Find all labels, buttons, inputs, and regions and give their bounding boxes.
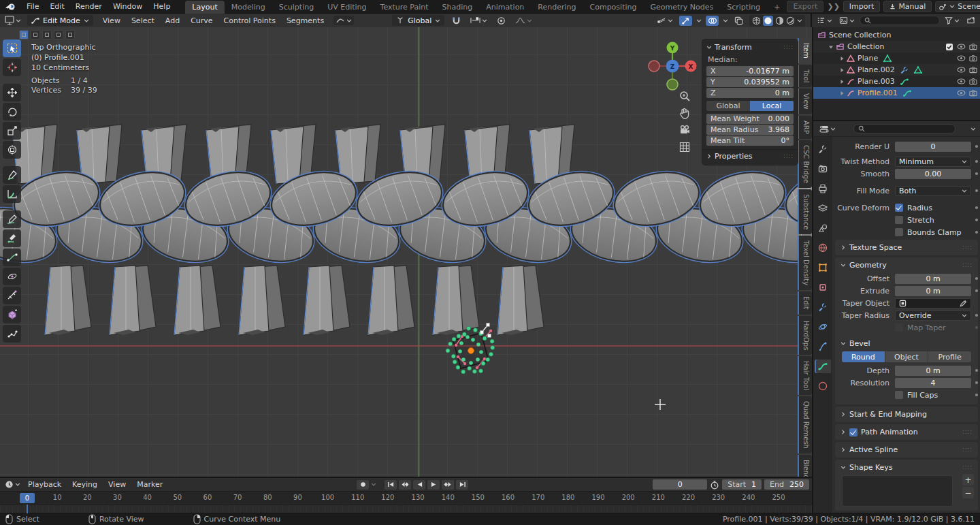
tool-select-box[interactable]	[3, 39, 21, 57]
panel-grip[interactable]: ::::	[783, 44, 794, 50]
mean-radius-field[interactable]: Mean Radius3.968	[706, 125, 794, 135]
bevel-round-option[interactable]: Round	[842, 351, 885, 362]
sidebar-tab-blenderkit[interactable]: BlenderKit	[798, 455, 812, 477]
ortho-grid-icon[interactable]	[679, 141, 691, 153]
snap-target-dropdown[interactable]	[468, 16, 489, 25]
end-frame-field[interactable]: End250	[764, 479, 809, 490]
workspace-tab-shading[interactable]: Shading	[436, 1, 480, 14]
texture-space-panel[interactable]: Texture Space::::	[835, 240, 978, 255]
transform-panel-title[interactable]: Transform	[715, 43, 752, 52]
editor-type-button[interactable]	[3, 15, 23, 26]
workspace-tab-modeling[interactable]: Modeling	[225, 1, 272, 14]
outliner-search-input[interactable]	[860, 16, 940, 25]
outliner-row-profile-001[interactable]: Profile.001	[813, 87, 980, 99]
menu-window[interactable]: Window	[108, 1, 148, 12]
tool-measure[interactable]	[3, 185, 21, 203]
bounds-clamp-checkbox[interactable]	[895, 228, 903, 236]
tool-draw[interactable]	[3, 210, 21, 228]
properties-tab-object[interactable]	[815, 261, 831, 274]
mean-tilt-field[interactable]: Mean Tilt0°	[706, 136, 794, 146]
outliner-filter-funnel-button[interactable]	[943, 16, 962, 25]
tool-randomize[interactable]	[3, 287, 21, 304]
pan-hand-icon[interactable]	[679, 107, 691, 119]
properties-subpanel-title[interactable]: Properties	[715, 152, 753, 161]
properties-tab-render[interactable]	[815, 162, 831, 176]
workspace-tab-uv-editing[interactable]: UV Editing	[321, 1, 373, 14]
curve-display-button[interactable]	[333, 16, 354, 25]
bevel-object-option[interactable]: Object	[885, 351, 928, 362]
global-option[interactable]: Global	[706, 101, 750, 111]
workspace-tab-texture-paint[interactable]: Texture Paint	[374, 1, 436, 14]
xray-toggle[interactable]	[732, 16, 745, 26]
timeline-editor-type-button[interactable]	[3, 479, 22, 490]
outliner-row-collection[interactable]: Collection	[813, 41, 980, 52]
viewport-3d[interactable]: Top Orthographic(0) Profile.00110 Centim…	[0, 27, 812, 477]
workspace-tab-geometry-nodes[interactable]: Geometry Nodes	[643, 1, 720, 14]
shape-keys-list[interactable]	[842, 475, 953, 507]
tool-scale[interactable]	[3, 122, 21, 140]
twist-method-dropdown[interactable]: Minimum	[895, 157, 971, 167]
play-reverse-button[interactable]	[413, 480, 425, 490]
auto-key-dropdown[interactable]	[371, 482, 376, 487]
auto-key-button[interactable]	[357, 480, 369, 490]
properties-tab-output[interactable]	[815, 182, 831, 195]
gizmos-toggle[interactable]	[679, 16, 692, 26]
workspace-tab-compositing[interactable]: Compositing	[583, 1, 644, 14]
timeline-menu-view[interactable]: View	[103, 479, 131, 490]
sidebar-tab-substance[interactable]: Substance	[798, 189, 812, 234]
tool-curve-edit[interactable]	[3, 249, 21, 266]
jump-start-button[interactable]	[385, 480, 397, 490]
prev-keyframe-button[interactable]	[399, 480, 411, 490]
sidebar-tab-hardops[interactable]: HardOps	[798, 316, 812, 355]
shading-material-icon[interactable]	[775, 16, 784, 25]
shading-rendered-icon[interactable]	[786, 16, 795, 25]
path-animation-panel[interactable]: Path Animation::::	[835, 424, 978, 440]
blender-logo-icon[interactable]	[0, 3, 21, 10]
properties-tab-view-layer[interactable]	[815, 202, 831, 215]
sidebar-tab-item[interactable]: Item	[798, 38, 812, 63]
smooth-field[interactable]: 0.00	[895, 169, 971, 179]
sidebar-tab-arp[interactable]: ARP	[798, 116, 812, 139]
offset-field[interactable]: 0 m	[895, 274, 971, 284]
properties-tab-modifiers[interactable]	[815, 300, 831, 314]
tool-rotate[interactable]	[3, 103, 21, 121]
properties-tab-material[interactable]	[815, 379, 831, 393]
tool-annotate[interactable]	[3, 166, 21, 184]
menu-render[interactable]: Render	[70, 1, 108, 12]
tool-cursor[interactable]	[3, 59, 21, 76]
start-frame-field[interactable]: Start1	[722, 479, 762, 490]
menu-file[interactable]: File	[21, 1, 44, 12]
eye-icon[interactable]	[957, 66, 966, 74]
viewport-menu-select[interactable]: Select	[126, 15, 160, 27]
map-taper-checkbox[interactable]	[895, 323, 903, 332]
timeline-ruler[interactable]: 0 01020304050607080901001101201301401501…	[0, 491, 812, 505]
select-mode-intersect[interactable]	[65, 30, 75, 39]
checkbox-icon[interactable]	[945, 43, 953, 51]
orientation-dropdown[interactable]: Global	[392, 15, 444, 26]
snap-toggle[interactable]	[450, 16, 463, 26]
object-visibility-dropdown[interactable]	[655, 16, 675, 25]
current-frame-field[interactable]: 0	[653, 479, 707, 490]
play-button[interactable]	[427, 480, 440, 490]
eye-icon[interactable]	[957, 43, 966, 50]
camera-icon[interactable]	[969, 43, 977, 50]
outliner-row-scene collection[interactable]: Scene Collection	[813, 29, 980, 41]
camera-icon[interactable]	[969, 54, 977, 62]
sidebar-tab-edit[interactable]: Edit	[798, 291, 812, 314]
menu-help[interactable]: Help	[148, 1, 176, 12]
collapse-arrows-icon[interactable]: ❯❯	[827, 2, 839, 11]
expand-arrow[interactable]	[839, 91, 845, 96]
radius-checkbox[interactable]	[895, 204, 903, 212]
properties-search-input[interactable]	[853, 124, 956, 133]
proportional-falloff-dropdown[interactable]	[513, 16, 534, 25]
timeline-menu-keying[interactable]: Keying	[67, 479, 103, 490]
properties-tab-physics[interactable]	[815, 320, 831, 334]
stretch-checkbox[interactable]	[895, 216, 903, 224]
tool-move[interactable]	[3, 84, 21, 101]
fill-caps-checkbox[interactable]	[895, 391, 903, 399]
sidebar-tab-view[interactable]: View	[798, 89, 812, 114]
properties-tab-data[interactable]	[815, 360, 831, 373]
active-spline-panel[interactable]: Active Spline::::	[835, 442, 978, 458]
median-z-field[interactable]: Z0 m	[706, 88, 794, 98]
sidebar-tab-quad-remesh[interactable]: Quad Remesh	[798, 396, 812, 454]
